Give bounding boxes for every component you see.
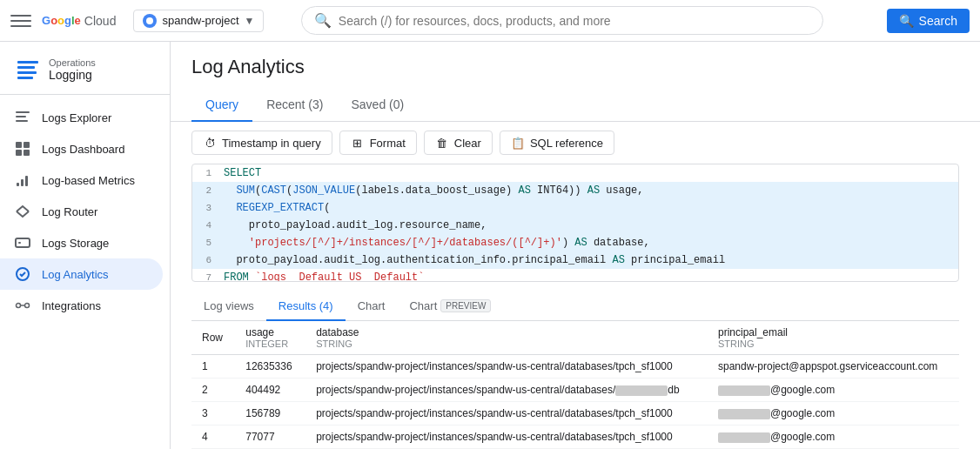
sidebar-item-logs-storage[interactable]: Logs Storage: [0, 227, 163, 258]
result-tab-log-views[interactable]: Log views: [191, 292, 266, 321]
col-header-usage: usage INTEGER: [235, 321, 305, 355]
table-row: 1 12635336 projects/spandw-project/insta…: [191, 355, 959, 379]
search-bar: 🔍: [301, 6, 823, 35]
sql-icon: 📋: [511, 136, 525, 150]
content-header: Log Analytics: [171, 42, 980, 89]
row-database: projects/spandw-project/instances/spandw…: [305, 379, 708, 402]
code-line-1: 1 SELECT: [192, 164, 958, 182]
row-num: 4: [191, 426, 235, 449]
svg-rect-12: [21, 179, 23, 186]
brand-section: Operations: [49, 57, 96, 68]
sidebar-item-log-router[interactable]: Log Router: [0, 196, 163, 227]
log-analytics-icon: [14, 265, 31, 283]
results-table: Row usage INTEGER database STRING princi…: [191, 321, 959, 449]
blurred-db-segment: [615, 385, 668, 396]
svg-rect-11: [17, 183, 19, 186]
blurred-email-segment: [718, 385, 770, 396]
sidebar-item-log-analytics[interactable]: Log Analytics: [0, 258, 163, 290]
svg-rect-6: [16, 120, 28, 122]
table-row: 2 404492 projects/spandw-project/instanc…: [191, 379, 959, 402]
results-tabs: Log views Results (4) Chart Chart PREVIE…: [191, 292, 959, 321]
row-num: 1: [191, 355, 235, 379]
svg-rect-3: [17, 77, 33, 79]
row-email: @google.com: [708, 426, 959, 449]
sidebar-item-integrations[interactable]: Integrations: [0, 290, 163, 321]
code-line-2: 2 SUM(CAST(JSON_VALUE(labels.data_boost_…: [192, 182, 958, 199]
svg-rect-9: [16, 150, 22, 156]
sidebar-item-log-based-metrics[interactable]: Log-based Metrics: [0, 164, 163, 196]
row-usage: 156789: [235, 402, 305, 426]
tab-saved[interactable]: Saved (0): [337, 89, 418, 122]
row-num: 2: [191, 379, 235, 402]
row-email: @google.com: [708, 402, 959, 426]
google-cloud-logo[interactable]: Google Cloud: [42, 14, 116, 28]
project-icon: [143, 14, 157, 28]
svg-rect-0: [17, 61, 38, 64]
menu-icon[interactable]: [10, 10, 31, 31]
clear-icon: 🗑: [435, 136, 449, 150]
log-router-icon: [14, 203, 31, 220]
timestamp-button[interactable]: ⏱ Timestamp in query: [191, 131, 332, 155]
table-header-row: Row usage INTEGER database STRING princi…: [191, 321, 959, 355]
row-database: projects/spandw-project/instances/spandw…: [305, 402, 708, 426]
sidebar-item-logs-explorer[interactable]: Logs Explorer: [0, 102, 163, 133]
code-line-4: 4 proto_payload.audit_log.resource_name,: [192, 217, 958, 234]
tab-query[interactable]: Query: [191, 89, 252, 122]
query-toolbar: ⏱ Timestamp in query ⊞ Format 🗑 Clear 📋 …: [171, 122, 980, 164]
clock-icon: ⏱: [203, 136, 217, 150]
row-email: spandw-project@appspot.gserviceaccount.c…: [708, 355, 959, 379]
row-database: projects/spandw-project/instances/spandw…: [305, 355, 708, 379]
svg-rect-15: [18, 242, 21, 244]
logs-explorer-icon: [14, 109, 31, 126]
svg-rect-2: [17, 71, 37, 74]
search-input[interactable]: [339, 14, 810, 28]
svg-rect-1: [17, 66, 35, 69]
result-tab-results[interactable]: Results (4): [266, 292, 346, 321]
clear-button[interactable]: 🗑 Clear: [424, 131, 493, 155]
svg-rect-13: [25, 176, 28, 186]
row-usage: 12635336: [235, 355, 305, 379]
col-header-database: database STRING: [305, 321, 708, 355]
result-tab-chart[interactable]: Chart: [346, 292, 398, 321]
svg-point-17: [17, 304, 21, 308]
row-database: projects/spandw-project/instances/spandw…: [305, 426, 708, 449]
col-header-row: Row: [191, 321, 235, 355]
sidebar-brand: Operations Logging: [0, 49, 170, 95]
blurred-email-segment: [718, 432, 770, 443]
page-tabs: Query Recent (3) Saved (0): [171, 89, 980, 122]
page-title: Log Analytics: [191, 56, 959, 78]
svg-rect-7: [16, 142, 22, 148]
svg-rect-5: [16, 116, 26, 117]
tab-recent[interactable]: Recent (3): [252, 89, 337, 122]
code-line-7: 7 FROM `logs__Default_US__Default`: [192, 269, 958, 282]
sidebar-item-logs-dashboard[interactable]: Logs Dashboard: [0, 133, 163, 164]
brand-title: Logging: [49, 68, 96, 82]
sidebar: Operations Logging Logs Explorer: [0, 42, 171, 449]
search-btn-icon: 🔍: [899, 14, 914, 28]
google-wordmark: Google: [42, 14, 81, 27]
sql-reference-button[interactable]: 📋 SQL reference: [500, 131, 614, 155]
result-tab-preview[interactable]: Chart PREVIEW: [397, 292, 503, 321]
topbar: Google Cloud spandw-project ▼ 🔍 🔍 Search: [0, 0, 980, 42]
table-row: 4 77077 projects/spandw-project/instance…: [191, 426, 959, 449]
svg-rect-14: [16, 238, 30, 247]
svg-point-18: [25, 304, 30, 308]
row-usage: 404492: [235, 379, 305, 402]
search-button[interactable]: 🔍 Search: [887, 9, 970, 33]
code-editor[interactable]: 1 SELECT 2 SUM(CAST(JSON_VALUE(labels.da…: [191, 164, 959, 282]
project-name: spandw-project: [162, 14, 238, 27]
format-icon: ⊞: [351, 136, 365, 150]
logs-storage-icon: [14, 234, 31, 251]
svg-rect-10: [23, 150, 30, 156]
blurred-email-segment: [718, 409, 770, 419]
chevron-down-icon: ▼: [245, 15, 255, 27]
results-section: Log views Results (4) Chart Chart PREVIE…: [171, 282, 980, 449]
main-layout: Operations Logging Logs Explorer: [0, 42, 980, 449]
code-line-5: 5 'projects/[^/]+/instances/[^/]+/databa…: [192, 234, 958, 251]
project-selector[interactable]: spandw-project ▼: [133, 10, 264, 32]
format-button[interactable]: ⊞ Format: [339, 131, 417, 155]
code-line-6: 6 proto_payload.audit_log.authentication…: [192, 251, 958, 269]
search-icon: 🔍: [314, 12, 332, 29]
row-num: 3: [191, 402, 235, 426]
row-email: @google.com: [708, 379, 959, 402]
